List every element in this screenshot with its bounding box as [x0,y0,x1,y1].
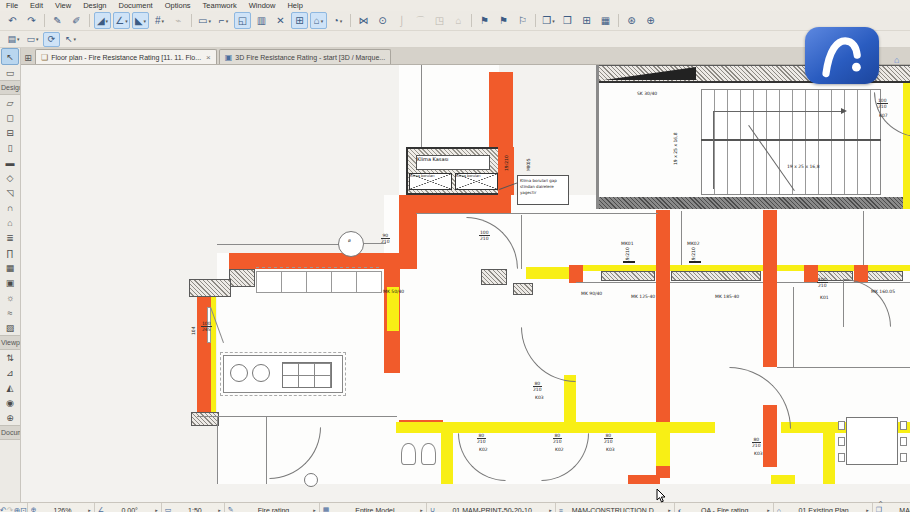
plan-element[interactable] [217,417,218,484]
plan-element[interactable] [596,65,599,209]
wall-tool-icon[interactable]: ▱ [0,95,20,110]
plan-element[interactable] [513,283,533,295]
elevation-tool-icon[interactable]: ⊿ [0,365,20,380]
tab-3d-fire-rating[interactable]: ▣ 3D Fire Resistance Rating - start [3D … [219,49,391,64]
mesh-tool-icon[interactable]: ≈ [0,305,20,320]
plan-element[interactable] [256,271,382,293]
curtain-wall-tool-icon[interactable]: ▦ [0,260,20,275]
plan-element[interactable] [401,443,416,465]
plan-element[interactable] [804,265,818,283]
go-back-icon[interactable]: ↶ [0,503,7,512]
arrow-tool-icon[interactable]: ↖ [1,48,19,65]
drawing-manager-icon[interactable]: ❒ [559,12,576,29]
inject-parameters-icon[interactable]: ✐ [68,12,85,29]
section-tool-icon[interactable]: ⇅ [0,350,20,365]
plan-element[interactable] [526,267,574,279]
plan-element[interactable] [396,422,661,433]
flag-publish-icon[interactable]: ⚐ [514,12,531,29]
redo-icon[interactable]: ↷ [23,12,40,29]
marquee-quick-icon[interactable]: ▭▾ [24,32,41,47]
zoom-level-dropdown[interactable]: ⊕126%▸ [27,503,94,512]
snap-guides-icon[interactable]: ∠▾ [113,12,130,29]
renovation-filter-dropdown[interactable]: ✎Fire rating▸ [224,503,319,512]
plan-element[interactable] [713,111,714,189]
snap-points-icon[interactable]: ◣▾ [132,12,149,29]
menu-edit[interactable]: Edit [24,1,49,10]
favorites-icon[interactable]: ▤▾ [5,32,22,47]
lamp-tool-icon[interactable]: ☼ [0,290,20,305]
rotate-view-icon[interactable]: ⟳ [43,32,60,47]
hotlink-icon[interactable]: ⊛ [623,12,640,29]
pen-set-dropdown[interactable]: ∪01 MAM-PRINT-50-20-10▸ [426,503,555,512]
home-icon[interactable]: ⌂ [894,55,899,65]
scale-dropdown[interactable]: ▭1:50▸ [161,503,224,512]
window-tool-icon[interactable]: ⊟ [0,125,20,140]
railing-tool-icon[interactable]: ∏ [0,245,20,260]
morph-tool-icon[interactable]: ⌂ [0,215,20,230]
plan-element[interactable] [189,279,231,297]
plan-element[interactable] [521,215,522,269]
plan-element[interactable] [421,443,436,465]
plan-element[interactable] [823,433,835,484]
flag-favorites-icon[interactable]: ⚑ [476,12,493,29]
orientation-dropdown[interactable]: ∠0.00°▸ [94,503,161,512]
object-tool-icon[interactable]: ▣ [0,275,20,290]
plan-element[interactable] [569,265,583,283]
rebuild-icon[interactable]: ◔▾ [329,12,346,29]
plan-element[interactable] [229,269,255,287]
floor-plan-canvas[interactable]: Klima Kasası Klima boruları Klima borula… [21,64,910,502]
plan-element[interactable] [628,475,660,484]
klima-pipe-box[interactable]: Klima boruları [409,173,452,190]
dining-table[interactable] [846,417,898,465]
plan-element[interactable] [191,412,219,426]
menu-window[interactable]: Window [243,1,282,10]
interior-elevation-tool-icon[interactable]: ◭ [0,380,20,395]
zoom-in-icon[interactable]: ⊕ [13,503,20,512]
plan-element[interactable] [656,210,670,422]
tab-overview-grid-icon[interactable]: ⊞ [21,51,35,64]
shell-tool-icon[interactable]: ∩ [0,200,20,215]
plan-element[interactable] [841,108,847,114]
plan-element[interactable] [713,111,845,112]
plan-element[interactable] [777,367,910,368]
menu-view[interactable]: View [49,1,77,10]
graphic-override-dropdown[interactable]: ◐QA - Fire rating▸ [674,503,773,512]
layout-book-icon[interactable]: ❐▾ [540,12,557,29]
plan-element[interactable] [681,211,682,265]
plan-element[interactable] [564,375,576,423]
plan-element[interactable] [304,473,318,487]
plan-element[interactable] [863,211,864,265]
plan-element[interactable] [416,213,658,214]
plan-element[interactable] [670,422,715,433]
guide-lines-icon[interactable]: ◢▾ [94,12,111,29]
fit-in-window-icon[interactable]: ⊞ [291,12,308,29]
menu-design[interactable]: Design [77,1,112,10]
plan-element[interactable] [338,231,364,257]
slab-tool-icon[interactable]: ◇ [0,170,20,185]
plan-element[interactable] [399,195,511,213]
menu-help[interactable]: Help [281,1,308,10]
suspend-groups-icon[interactable]: ◱ [234,12,251,29]
pick-up-parameters-icon[interactable]: ✎ [49,12,66,29]
column-display-icon[interactable]: ▥ [253,12,270,29]
plan-element[interactable] [441,433,453,484]
tab-floor-plan[interactable]: ❏ Floor plan - Fire Resistance Rating [1… [35,49,217,64]
beam-tool-icon[interactable]: ▬ [0,155,20,170]
explode-icon[interactable]: ✕ [272,12,289,29]
3d-visualization-icon[interactable]: ⌂▾ [310,12,327,29]
plan-element[interactable] [481,269,507,285]
plan-element[interactable] [793,287,794,367]
plan-element[interactable] [843,279,844,327]
annotation-note[interactable]: Klima borulari gap stindan dairelere yag… [517,175,569,205]
menu-options[interactable]: Options [159,1,197,10]
zoom-window-icon[interactable]: ⊡ [20,503,27,512]
close-icon[interactable]: × [206,53,211,62]
door-tool-icon[interactable]: ◻ [0,110,20,125]
plan-element[interactable] [763,210,777,367]
plan-element[interactable] [489,72,513,153]
marquee-mode-icon[interactable]: ▭▾ [196,12,213,29]
marquee-tool-icon[interactable]: ▭ [0,65,20,80]
schedules-icon[interactable]: ▦ [597,12,614,29]
undo-icon[interactable]: ↶ [4,12,21,29]
lock-icon[interactable]: ⌐▾ [215,12,232,29]
